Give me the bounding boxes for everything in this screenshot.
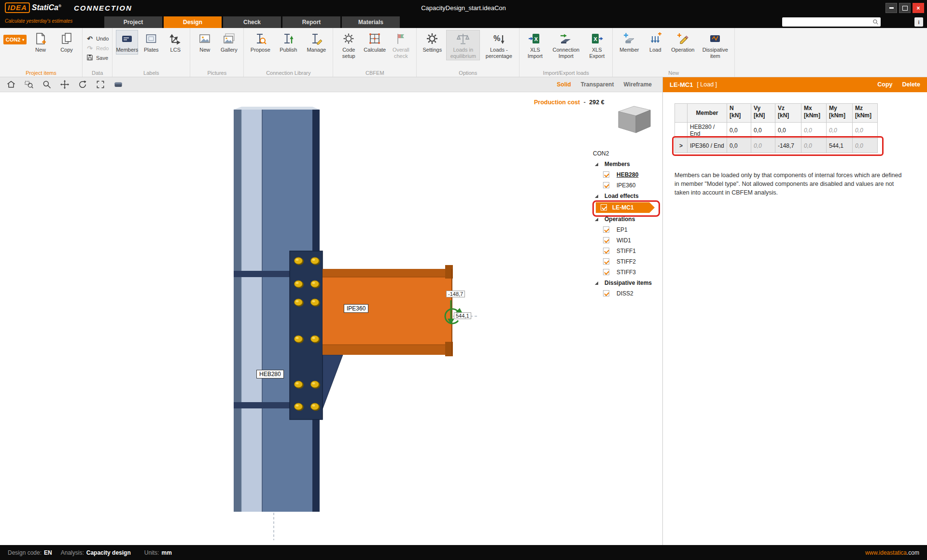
n-cell[interactable]: 0,0 [727, 139, 751, 153]
tab-check[interactable]: Check [223, 16, 281, 28]
checkbox-checked[interactable] [603, 290, 609, 296]
render-mode-solid[interactable]: Solid [557, 81, 571, 88]
search-icon[interactable] [872, 19, 879, 25]
tree-group-operations[interactable]: Operations [590, 214, 662, 224]
labels-members-toggle[interactable]: Members [116, 30, 138, 55]
render-mode-transparent[interactable]: Transparent [581, 81, 614, 88]
settings-button[interactable]: Settings [420, 30, 444, 55]
svg-text:X: X [594, 36, 598, 42]
home-view-icon[interactable] [6, 79, 16, 90]
n-cell[interactable]: 0,0 [727, 123, 751, 139]
connection-3d-scene[interactable] [0, 92, 662, 545]
checkbox-checked[interactable] [603, 182, 609, 188]
vy-cell[interactable]: 0,0 [751, 123, 775, 139]
vz-cell[interactable]: 0,0 [775, 123, 801, 139]
code-setup-button[interactable]: Code setup [337, 30, 361, 60]
tab-report[interactable]: Report [282, 16, 340, 28]
member-label-icon [120, 31, 134, 46]
shear-force-value: -148,7 [446, 291, 465, 297]
tree-item-ep1[interactable]: EP1 [590, 224, 662, 235]
library-publish-button[interactable]: Publish [275, 30, 301, 55]
tree-item-ipe360[interactable]: IPE360 [590, 180, 662, 191]
expander-triangle-icon[interactable] [595, 281, 598, 285]
tree-item-diss2[interactable]: DISS2 [590, 288, 662, 299]
pan-icon[interactable] [59, 79, 70, 90]
project-item-selector[interactable]: CON2▾ [3, 35, 27, 44]
navigation-cube[interactable] [614, 104, 653, 136]
new-project-item-button[interactable]: New [28, 30, 53, 55]
library-propose-button[interactable]: Propose [247, 30, 273, 55]
connection-import-button[interactable]: Connection Import [549, 30, 583, 60]
labels-lcs-toggle[interactable]: LCS [164, 30, 186, 55]
copy-load-button[interactable]: Copy [877, 81, 892, 88]
checkbox-checked[interactable] [603, 171, 609, 178]
vz-cell[interactable]: -148,7 [775, 139, 801, 153]
tab-materials[interactable]: Materials [342, 16, 400, 28]
loads-percentage-button[interactable]: % Loads - percentage [482, 30, 516, 60]
checkbox-checked[interactable] [603, 269, 609, 275]
info-button[interactable]: i [914, 17, 923, 27]
new-member-button[interactable]: Member [616, 30, 642, 55]
maximize-button[interactable] [899, 3, 911, 13]
tree-group-dissipative-items[interactable]: Dissipative items [590, 278, 662, 288]
expander-triangle-icon[interactable] [595, 163, 598, 166]
tab-project[interactable]: Project [104, 16, 162, 28]
delete-load-button[interactable]: Delete [902, 81, 920, 88]
ribbon-group-cbfem: Code setup Calculate Overall check CBFEM [333, 28, 417, 77]
undo-button[interactable]: ↶Undo [86, 34, 109, 42]
picture-gallery-button[interactable]: Gallery [218, 30, 240, 55]
copy-project-item-button[interactable]: Copy [55, 30, 79, 55]
expander-triangle-icon[interactable] [595, 218, 598, 221]
close-button[interactable]: × [913, 3, 924, 13]
new-load-button[interactable]: Load [644, 30, 666, 55]
table-row-heb280[interactable]: HEB280 / End 0,0 0,0 0,0 0,0 0,0 0,0 [675, 123, 878, 139]
new-operation-button[interactable]: Operation [668, 30, 697, 55]
zoom-window-icon[interactable] [24, 79, 34, 90]
viewport-3d[interactable]: Solid Transparent Wireframe [0, 77, 662, 545]
checkbox-checked[interactable] [603, 258, 609, 265]
group-label: New [613, 70, 734, 76]
checkbox-checked[interactable] [603, 248, 609, 254]
redo-button[interactable]: ↷Redo [86, 44, 109, 52]
tree-item-heb280[interactable]: HEB280 [590, 169, 662, 180]
table-row-ipe360[interactable]: > IPE360 / End 0,0 0,0 -148,7 0,0 544,1 … [675, 139, 878, 153]
tree-item-wid1[interactable]: WID1 [590, 235, 662, 246]
calculate-button[interactable]: Calculate [363, 30, 387, 55]
xls-export-button[interactable]: X XLS Export [585, 30, 609, 60]
row-expander-cell [675, 123, 688, 139]
search-input[interactable] [784, 19, 872, 26]
tree-root-con2[interactable]: CON2 [590, 148, 662, 159]
tree-group-load-effects[interactable]: Load effects [590, 191, 662, 201]
labels-plates-toggle[interactable]: Plates [140, 30, 162, 55]
overall-check-button[interactable]: Overall check [389, 30, 413, 60]
rotate-view-icon[interactable] [77, 79, 88, 90]
minimize-button[interactable] [885, 3, 897, 13]
close-icon: × [916, 5, 920, 12]
tree-group-members[interactable]: Members [590, 159, 662, 169]
library-manage-button[interactable]: Manage [303, 30, 329, 55]
redo-icon: ↷ [86, 45, 94, 52]
save-button[interactable]: Save [86, 54, 109, 62]
picture-new-button[interactable]: New [194, 30, 216, 55]
tab-design[interactable]: Design [164, 16, 222, 28]
checkbox-checked[interactable] [603, 237, 609, 243]
checkbox-checked[interactable] [601, 204, 607, 210]
propose-icon [253, 31, 267, 46]
tree-item-le-mc1[interactable]: LE-MC1 [596, 202, 655, 213]
tree-item-stiff3[interactable]: STIFF3 [590, 267, 662, 278]
zoom-fit-icon[interactable] [95, 79, 106, 90]
row-expander-chevron[interactable]: > [675, 139, 688, 153]
minimize-icon [889, 7, 894, 9]
clipping-plane-icon[interactable] [113, 79, 124, 90]
website-link[interactable]: www.ideastatica.com [865, 549, 919, 556]
loads-in-equilibrium-toggle[interactable]: Loads in equilibrium [446, 30, 480, 60]
render-mode-wireframe[interactable]: Wireframe [623, 81, 652, 88]
tree-item-stiff2[interactable]: STIFF2 [590, 256, 662, 267]
zoom-icon[interactable] [42, 79, 52, 90]
checkbox-checked[interactable] [603, 226, 609, 233]
new-dissipative-item-button[interactable]: Dissipative item [699, 30, 731, 60]
xls-import-button[interactable]: X XLS Import [523, 30, 547, 60]
expander-triangle-icon[interactable] [595, 195, 598, 198]
my-cell[interactable]: 544,1 [827, 139, 853, 153]
tree-item-stiff1[interactable]: STIFF1 [590, 246, 662, 256]
